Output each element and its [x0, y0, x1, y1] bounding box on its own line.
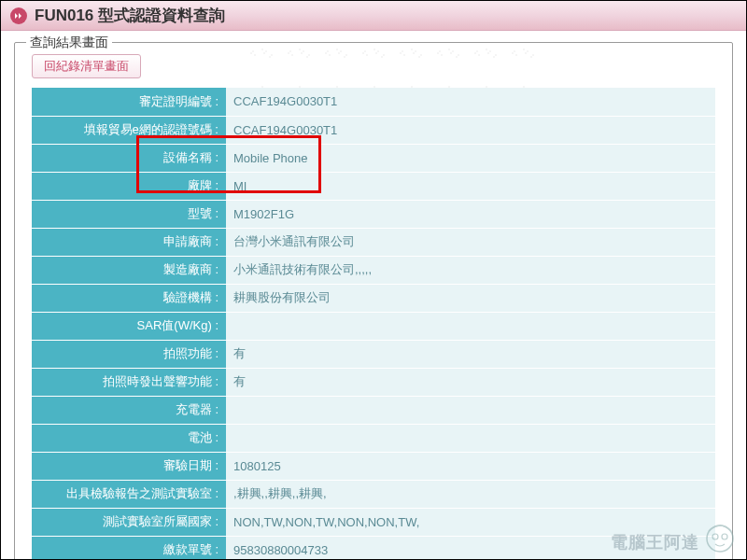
row-value: ,耕興,,耕興,,耕興, [226, 480, 715, 508]
table-row: 拍照時發出聲響功能 :有 [32, 368, 715, 396]
table-row: 型號 :M1902F1G [32, 200, 715, 228]
row-value: M1902F1G [226, 200, 715, 228]
row-value: 95830880004733 [226, 536, 715, 560]
row-value: Mobile Phone [226, 144, 715, 172]
table-row: 繳款單號 :95830880004733 [32, 536, 715, 560]
row-value: CCAF194G0030T1 [226, 116, 715, 144]
row-label: 審驗日期 : [32, 452, 226, 480]
table-row: 審驗日期 :1080125 [32, 452, 715, 480]
table-row: 設備名稱 :Mobile Phone [32, 144, 715, 172]
row-value [226, 424, 715, 452]
row-label: 拍照時發出聲響功能 : [32, 368, 226, 396]
row-label: 製造廠商 : [32, 256, 226, 284]
row-value: 有 [226, 340, 715, 368]
row-value: MI [226, 172, 715, 200]
row-label: 驗證機構 : [32, 284, 226, 312]
page-header: FUN016 型式認證資料查詢 [1, 1, 746, 31]
page-title: FUN016 型式認證資料查詢 [35, 5, 225, 26]
row-value: 耕興股份有限公司 [226, 284, 715, 312]
table-row: SAR值(W/Kg) : [32, 312, 715, 340]
table-row: 填報貿易e網的認證號碼 :CCAF194G0030T1 [32, 116, 715, 144]
row-value: 1080125 [226, 452, 715, 480]
row-label: 出具檢驗報告之測試實驗室 : [32, 480, 226, 508]
row-value: NON,TW,NON,TW,NON,NON,TW, [226, 508, 715, 536]
row-value: CCAF194G0030T1 [226, 88, 715, 116]
row-value [226, 396, 715, 424]
row-label: 充電器 : [32, 396, 226, 424]
row-value: 小米通訊技術有限公司,,,,, [226, 256, 715, 284]
table-row: 驗證機構 :耕興股份有限公司 [32, 284, 715, 312]
row-label: 審定證明編號 : [32, 88, 226, 116]
result-fieldset: 查詢結果畫面 回紀錄清單畫面 審定證明編號 :CCAF194G0030T1填報貿… [14, 42, 733, 560]
table-row: 申請廠商 :台灣小米通訊有限公司 [32, 228, 715, 256]
content-area: 查詢結果畫面 回紀錄清單畫面 審定證明編號 :CCAF194G0030T1填報貿… [1, 31, 746, 560]
fieldset-legend: 查詢結果畫面 [26, 35, 112, 51]
row-label: 測試實驗室所屬國家 : [32, 508, 226, 536]
row-label: 繳款單號 : [32, 536, 226, 560]
row-label: 廠牌 : [32, 172, 226, 200]
row-label: 型號 : [32, 200, 226, 228]
row-label: SAR值(W/Kg) : [32, 312, 226, 340]
table-row: 廠牌 :MI [32, 172, 715, 200]
table-row: 拍照功能 :有 [32, 340, 715, 368]
table-row: 製造廠商 :小米通訊技術有限公司,,,,, [32, 256, 715, 284]
table-row: 測試實驗室所屬國家 :NON,TW,NON,TW,NON,NON,TW, [32, 508, 715, 536]
page-code: FUN016 [35, 7, 93, 24]
row-value [226, 312, 715, 340]
certification-data-table: 審定證明編號 :CCAF194G0030T1填報貿易e網的認證號碼 :CCAF1… [32, 88, 715, 560]
fast-forward-icon [10, 7, 27, 24]
table-row: 電池 : [32, 424, 715, 452]
row-label: 申請廠商 : [32, 228, 226, 256]
page-title-text: 型式認證資料查詢 [98, 7, 225, 24]
row-value: 有 [226, 368, 715, 396]
back-to-list-button[interactable]: 回紀錄清單畫面 [32, 54, 141, 78]
row-label: 電池 : [32, 424, 226, 452]
table-row: 充電器 : [32, 396, 715, 424]
table-row: 出具檢驗報告之測試實驗室 :,耕興,,耕興,,耕興, [32, 480, 715, 508]
row-label: 填報貿易e網的認證號碼 : [32, 116, 226, 144]
row-label: 拍照功能 : [32, 340, 226, 368]
row-label: 設備名稱 : [32, 144, 226, 172]
row-value: 台灣小米通訊有限公司 [226, 228, 715, 256]
table-row: 審定證明編號 :CCAF194G0030T1 [32, 88, 715, 116]
